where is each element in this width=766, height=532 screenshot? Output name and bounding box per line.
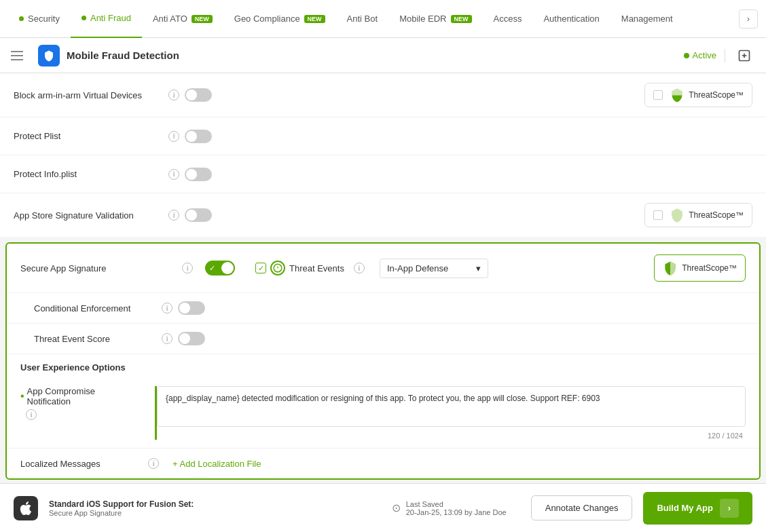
hamburger-line-2 [11,55,23,56]
footer-save-info: ⊙ Last Saved 20-Jan-25, 13:09 by Jane Do… [392,500,507,516]
header-divider [725,49,725,62]
toggle-0[interactable] [185,88,212,102]
threat-event-score-info-icon[interactable]: i [162,333,172,344]
last-saved-detail: 20-Jan-25, 13:09 by Jane Doe [406,508,507,516]
toggle-2[interactable] [185,168,212,181]
required-dot: • [20,390,24,402]
active-section: Secure App Signature i ✓ ✓ Threat Events… [5,242,761,480]
nav-label-geo-compliance: Geo Compliance [234,14,300,24]
in-app-defense-label: In-App Defense [387,263,448,273]
info-icon-2[interactable]: i [168,169,179,180]
char-count: 120 / 1024 [157,429,746,440]
header-right-actions: Active [684,45,755,66]
footer-text: Standard iOS Support for Fusion Set: Sec… [49,499,194,517]
nav-dot-anti-fraud [81,16,86,20]
add-localization-label: + Add Localization File [172,459,261,469]
conditional-enforcement-info-icon[interactable]: i [162,303,172,314]
localized-messages-row: Localized Messages i + Add Localization … [7,449,759,478]
table-row: Protect Info.plist i [0,155,766,193]
top-navigation: Security Anti Fraud Anti ATO NEW Geo Com… [0,0,766,38]
nav-item-geo-compliance[interactable]: Geo Compliance NEW [223,0,336,38]
nav-item-anti-bot[interactable]: Anti Bot [336,0,389,38]
nav-item-anti-ato[interactable]: Anti ATO NEW [142,0,223,38]
sub-label-0: Conditional Enforcement [34,303,156,314]
nav-item-mobile-edr[interactable]: Mobile EDR NEW [388,0,482,38]
conditional-enforcement-toggle[interactable] [178,301,205,315]
nav-item-authentication[interactable]: Authentication [532,0,610,38]
nav-badge-mobile-edr: NEW [451,15,472,23]
footer: Standard iOS Support for Fusion Set: Sec… [0,483,766,532]
shield-svg [43,50,55,62]
annotate-changes-button[interactable]: Annotate Changes [531,495,633,520]
conditional-enforcement-row: Conditional Enforcement i [7,293,759,324]
status-label: Active [693,50,716,60]
threatscope-shield-icon-0 [670,88,685,102]
info-icon-3[interactable]: i [168,210,179,221]
setting-label-0: Block arm-in-arm Virtual Devices [14,90,163,100]
threatscope-btn-0[interactable]: ThreatScope™ [644,83,752,107]
notification-row: • App CompromiseNotification i 120 / 102… [7,378,759,449]
threatscope-label-3: ThreatScope™ [689,210,744,220]
dropdown-arrow-icon: ▾ [476,263,481,273]
build-arrow-icon: › [720,499,739,518]
content-area: Block arm-in-arm Virtual Devices i Threa… [0,73,766,483]
threat-events-checkbox[interactable]: ✓ [255,263,266,273]
setting-label-3: App Store Signature Validation [14,210,163,221]
secure-app-toggle[interactable]: ✓ [205,261,235,276]
toggle-1[interactable] [185,130,212,143]
active-section-inner: Secure App Signature i ✓ ✓ Threat Events… [7,244,759,478]
info-icon-0[interactable]: i [168,90,179,100]
in-app-defense-select[interactable]: In-App Defense ▾ [380,259,488,278]
threatscope-btn-secure-app[interactable]: ThreatScope™ [654,254,746,282]
page-title: Mobile Fraud Detection [67,50,179,61]
toggle-3[interactable] [185,208,212,222]
threatscope-checkbox-3[interactable] [653,210,663,220]
hamburger-button[interactable] [11,46,30,65]
threatscope-shield-green-icon [663,261,678,276]
nav-label-mobile-edr: Mobile EDR [399,14,446,24]
threatscope-btn-3[interactable]: ThreatScope™ [644,203,752,227]
settings-section-top: Block arm-in-arm Virtual Devices i Threa… [0,73,766,237]
ux-options-header: User Experience Options [7,354,759,378]
threatscope-checkbox-0[interactable] [653,90,663,100]
info-icon-1[interactable]: i [168,131,179,142]
notification-textarea-wrap: 120 / 1024 [155,386,746,440]
threatscope-label-0: ThreatScope™ [689,90,744,100]
nav-more-button[interactable]: › [739,10,758,28]
nav-badge-anti-ato: NEW [192,15,213,23]
nav-item-access[interactable]: Access [483,0,533,38]
table-row: Protect Plist i [0,117,766,155]
status-badge: Active [684,50,716,60]
localized-info-icon[interactable]: i [148,458,159,469]
main-header: Mobile Fraud Detection Active [0,38,766,73]
product-icon [38,45,60,66]
setting-label-2: Protect Info.plist [14,169,163,179]
build-label: Build My App [657,503,713,513]
footer-title: Standard iOS Support for Fusion Set: [49,499,194,509]
notification-textarea[interactable] [157,386,746,427]
add-localization-button[interactable]: + Add Localization File [172,459,261,469]
nav-item-anti-fraud[interactable]: Anti Fraud [71,0,142,38]
apple-logo-icon [18,500,34,516]
setting-label-1: Protect Plist [14,131,163,141]
nav-item-management[interactable]: Management [610,0,684,38]
nav-label-security: Security [28,14,60,24]
nav-dot-security [19,16,24,21]
nav-item-security[interactable]: Security [8,0,71,38]
last-saved-label: Last Saved [406,500,507,508]
threat-event-score-toggle[interactable] [178,332,205,345]
secure-app-label: Secure App Signature [20,263,170,273]
footer-logo [14,496,38,520]
build-my-app-button[interactable]: Build My App › [643,492,752,525]
nav-badge-geo-compliance: NEW [304,15,325,23]
export-button[interactable] [733,45,755,66]
footer-subtitle: Secure App Signature [49,509,194,517]
table-row: Block arm-in-arm Virtual Devices i Threa… [0,73,766,117]
notification-label: App CompromiseNotification [27,386,95,406]
save-text: Last Saved 20-Jan-25, 13:09 by Jane Doe [406,500,507,516]
localized-messages-label: Localized Messages [20,459,143,469]
threat-events-info-icon[interactable]: i [354,263,365,273]
notification-info-icon[interactable]: i [26,409,37,420]
secure-app-info-icon[interactable]: i [182,263,193,273]
threat-event-score-row: Threat Event Score i [7,324,759,354]
